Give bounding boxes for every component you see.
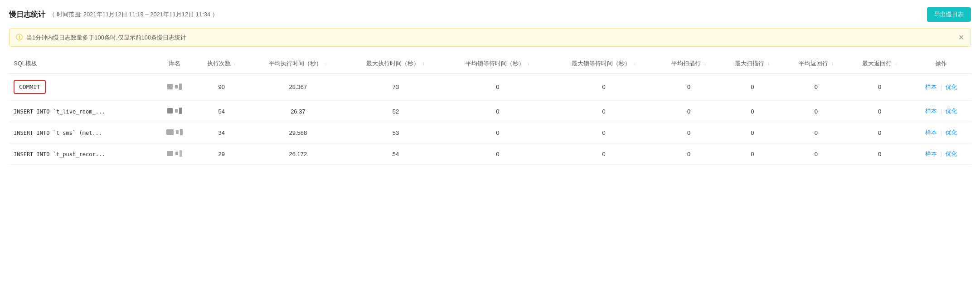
max-scan: 0 <box>721 101 784 122</box>
exec-count: 54 <box>194 101 249 122</box>
sql-text: INSERT INTO `t_sms` (met... <box>14 130 102 136</box>
col-action: 操作 <box>912 54 971 74</box>
avg-lock-wait: 0 <box>445 101 551 122</box>
notice-bar: ⓘ 当1分钟内慢日志数量多于100条时,仅显示前100条慢日志统计 ✕ <box>9 28 971 47</box>
db-icon <box>167 108 182 114</box>
max-return: 0 <box>848 122 912 143</box>
page-title: 慢日志统计 <box>9 10 45 20</box>
avg-lock-wait: 0 <box>445 74 551 101</box>
sort-avg-return-icon: ↓ <box>831 61 834 66</box>
col-max-lock-wait[interactable]: 最大锁等待时间（秒） ↓ <box>551 54 657 74</box>
max-return: 0 <box>848 74 912 101</box>
max-lock-wait: 0 <box>551 122 657 143</box>
max-return: 0 <box>848 101 912 122</box>
avg-scan: 0 <box>657 74 720 101</box>
sample-link[interactable]: 样本 <box>925 108 937 114</box>
sort-avg-exec-icon: ↓ <box>325 61 327 66</box>
sort-exec-count-icon: ↓ <box>233 61 236 66</box>
header-row: 慢日志统计 （ 时间范围: 2021年11月12日 11:19 – 2021年1… <box>9 7 971 22</box>
optimize-link[interactable]: 优化 <box>946 108 957 114</box>
col-avg-lock-wait[interactable]: 平均锁等待时间（秒） ↓ <box>445 54 551 74</box>
sort-max-exec-icon: ↓ <box>422 61 425 66</box>
db-icon <box>166 129 183 135</box>
header-left: 慢日志统计 （ 时间范围: 2021年11月12日 11:19 – 2021年1… <box>9 10 218 20</box>
max-lock-wait: 0 <box>551 101 657 122</box>
avg-scan: 0 <box>657 143 720 165</box>
max-scan: 0 <box>721 74 784 101</box>
action-divider: | <box>941 129 942 136</box>
db-cell <box>155 122 194 143</box>
sql-highlighted: COMMIT <box>14 80 46 94</box>
db-cell <box>155 143 194 165</box>
optimize-link[interactable]: 优化 <box>946 84 957 90</box>
col-avg-return[interactable]: 平均返回行 ↓ <box>784 54 848 74</box>
avg-scan: 0 <box>657 101 720 122</box>
sql-cell: INSERT INTO `t_push_recor... <box>9 143 155 165</box>
notice-content: ⓘ 当1分钟内慢日志数量多于100条时,仅显示前100条慢日志统计 <box>16 33 186 42</box>
sql-cell: INSERT INTO `t_live_room_... <box>9 101 155 122</box>
max-return: 0 <box>848 143 912 165</box>
col-avg-exec-time[interactable]: 平均执行时间（秒） ↓ <box>249 54 347 74</box>
action-cell: 样本 | 优化 <box>912 101 971 122</box>
action-divider: | <box>941 84 942 90</box>
action-divider: | <box>941 108 942 114</box>
table-row: INSERT INTO `t_sms` (met... 34 29.588 53… <box>9 122 971 143</box>
optimize-link[interactable]: 优化 <box>946 129 957 136</box>
notice-close-button[interactable]: ✕ <box>958 34 964 41</box>
db-icon <box>167 84 182 90</box>
action-divider: | <box>941 150 942 157</box>
avg-lock-wait: 0 <box>445 122 551 143</box>
col-max-return[interactable]: 最大返回行 ↓ <box>848 54 912 74</box>
col-avg-scan[interactable]: 平均扫描行 ↓ <box>657 54 720 74</box>
col-max-scan[interactable]: 最大扫描行 ↓ <box>721 54 784 74</box>
action-cell: 样本 | 优化 <box>912 74 971 101</box>
sql-cell: COMMIT <box>9 74 155 101</box>
avg-exec-time: 26.172 <box>249 143 347 165</box>
sample-link[interactable]: 样本 <box>925 150 937 157</box>
max-exec-time: 73 <box>347 74 445 101</box>
exec-count: 34 <box>194 122 249 143</box>
slow-log-table: SQL模板 库名 执行次数 ↓ 平均执行时间（秒） ↓ 最大执行时间（秒） ↓ <box>9 54 971 165</box>
max-exec-time: 52 <box>347 101 445 122</box>
page-wrapper: 慢日志统计 （ 时间范围: 2021年11月12日 11:19 – 2021年1… <box>0 0 980 172</box>
sort-avg-scan-icon: ↓ <box>704 61 707 66</box>
avg-lock-wait: 0 <box>445 143 551 165</box>
avg-exec-time: 26.37 <box>249 101 347 122</box>
sample-link[interactable]: 样本 <box>925 129 937 136</box>
max-scan: 0 <box>721 143 784 165</box>
exec-count: 90 <box>194 74 249 101</box>
max-exec-time: 53 <box>347 122 445 143</box>
sql-text: INSERT INTO `t_push_recor... <box>14 151 105 158</box>
export-button[interactable]: 导出慢日志 <box>927 7 971 22</box>
sort-max-scan-icon: ↓ <box>767 61 770 66</box>
action-cell: 样本 | 优化 <box>912 143 971 165</box>
max-scan: 0 <box>721 122 784 143</box>
col-sql: SQL模板 <box>9 54 155 74</box>
max-lock-wait: 0 <box>551 74 657 101</box>
avg-return: 0 <box>784 74 848 101</box>
optimize-link[interactable]: 优化 <box>946 150 957 157</box>
sort-max-lock-icon: ↓ <box>634 61 636 66</box>
warning-icon: ⓘ <box>16 33 23 42</box>
time-range: （ 时间范围: 2021年11月12日 11:19 – 2021年11月12日 … <box>49 10 218 19</box>
col-max-exec-time[interactable]: 最大执行时间（秒） ↓ <box>347 54 445 74</box>
db-cell <box>155 74 194 101</box>
table-row: INSERT INTO `t_live_room_... 54 26.37 52… <box>9 101 971 122</box>
avg-exec-time: 29.588 <box>249 122 347 143</box>
avg-return: 0 <box>784 143 848 165</box>
table-row: INSERT INTO `t_push_recor... 29 26.172 5… <box>9 143 971 165</box>
max-lock-wait: 0 <box>551 143 657 165</box>
col-db: 库名 <box>155 54 194 74</box>
table-header-row: SQL模板 库名 执行次数 ↓ 平均执行时间（秒） ↓ 最大执行时间（秒） ↓ <box>9 54 971 74</box>
sql-cell: INSERT INTO `t_sms` (met... <box>9 122 155 143</box>
avg-scan: 0 <box>657 122 720 143</box>
sort-max-return-icon: ↓ <box>895 61 898 66</box>
action-cell: 样本 | 优化 <box>912 122 971 143</box>
max-exec-time: 54 <box>347 143 445 165</box>
sample-link[interactable]: 样本 <box>925 84 937 90</box>
db-cell <box>155 101 194 122</box>
notice-text: 当1分钟内慢日志数量多于100条时,仅显示前100条慢日志统计 <box>26 34 186 42</box>
col-exec-count[interactable]: 执行次数 ↓ <box>194 54 249 74</box>
table-row: COMMIT 90 28.367 73 0 0 0 0 0 0 样本 | 优化 <box>9 74 971 101</box>
db-icon <box>167 150 182 157</box>
